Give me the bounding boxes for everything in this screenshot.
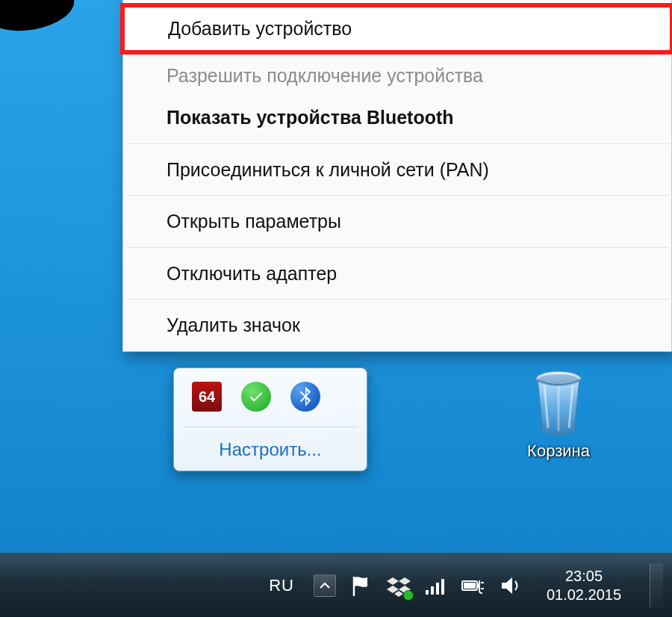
menu-item-disable-adapter[interactable]: Отключить адаптер xyxy=(123,252,671,295)
svg-rect-8 xyxy=(464,583,476,589)
menu-separator xyxy=(126,195,668,196)
menu-item-label: Открыть параметры xyxy=(167,211,341,232)
menu-item-label: Разрешить подключение устройства xyxy=(167,65,483,86)
flag-icon xyxy=(349,574,373,598)
tray-overflow-popup: 64 Настроить... xyxy=(173,368,367,471)
menu-separator xyxy=(126,299,668,300)
menu-item-remove-icon[interactable]: Удалить значок xyxy=(123,304,671,347)
menu-separator xyxy=(126,143,668,144)
dropbox-tray-icon[interactable] xyxy=(387,574,411,598)
svg-rect-2 xyxy=(426,590,429,595)
battery-plug-icon xyxy=(461,574,485,598)
tray-icons-row: 64 xyxy=(187,376,353,427)
menu-item-label: Присоединиться к личной сети (PAN) xyxy=(167,159,489,180)
menu-item-label: Удалить значок xyxy=(167,314,300,335)
bluetooth-icon xyxy=(299,387,312,406)
skype-tray-icon[interactable] xyxy=(241,382,271,412)
menu-item-open-settings[interactable]: Открыть параметры xyxy=(123,200,671,243)
recycle-bin-label: Корзина xyxy=(506,441,611,461)
tray-customize-label: Настроить... xyxy=(219,439,321,459)
speaker-icon xyxy=(499,574,523,598)
chevron-up-icon xyxy=(319,580,331,592)
svg-rect-4 xyxy=(436,583,439,595)
taskbar-clock[interactable]: 23:05 01.02.2015 xyxy=(536,567,633,604)
clock-time: 23:05 xyxy=(539,567,629,586)
language-indicator[interactable]: RU xyxy=(263,573,300,598)
menu-item-join-pan[interactable]: Присоединиться к личной сети (PAN) xyxy=(123,149,671,191)
menu-item-label: Отключить адаптер xyxy=(167,263,337,284)
show-desktop-button[interactable] xyxy=(650,563,663,608)
decorative-smudge xyxy=(0,0,78,37)
svg-rect-3 xyxy=(431,586,434,595)
menu-separator xyxy=(126,247,668,248)
tray-popup-separator xyxy=(183,427,358,427)
language-code: RU xyxy=(269,576,294,595)
network-signal-icon[interactable] xyxy=(424,574,448,598)
aida64-tray-icon[interactable]: 64 xyxy=(192,382,222,412)
menu-item-label: Показать устройства Bluetooth xyxy=(167,107,454,128)
clock-date: 01.02.2015 xyxy=(539,586,629,604)
action-center-flag-icon[interactable] xyxy=(349,574,373,598)
aida64-badge-text: 64 xyxy=(199,388,215,406)
menu-item-add-device[interactable]: Добавить устройство xyxy=(120,3,672,55)
recycle-bin-desktop-icon[interactable]: Корзина xyxy=(506,370,611,461)
sync-ok-badge-icon xyxy=(403,590,414,601)
bluetooth-context-menu: Добавить устройство Разрешить подключени… xyxy=(122,0,672,352)
volume-icon[interactable] xyxy=(499,574,523,598)
svg-point-1 xyxy=(538,374,579,386)
svg-rect-5 xyxy=(441,579,444,595)
power-plug-icon[interactable] xyxy=(461,574,485,598)
menu-item-label: Добавить устройство xyxy=(168,18,352,39)
tray-overflow-button[interactable] xyxy=(314,574,336,597)
desktop-background: Добавить устройство Разрешить подключени… xyxy=(0,0,672,617)
bluetooth-tray-icon[interactable] xyxy=(290,382,320,412)
menu-item-show-bt-devices[interactable]: Показать устройства Bluetooth xyxy=(123,96,671,139)
menu-item-allow-connection: Разрешить подключение устройства xyxy=(123,55,671,97)
signal-bars-icon xyxy=(424,574,448,598)
recycle-bin-icon xyxy=(529,370,588,437)
tray-customize-link[interactable]: Настроить... xyxy=(187,435,353,462)
check-icon xyxy=(248,388,264,405)
taskbar: RU xyxy=(0,553,672,617)
